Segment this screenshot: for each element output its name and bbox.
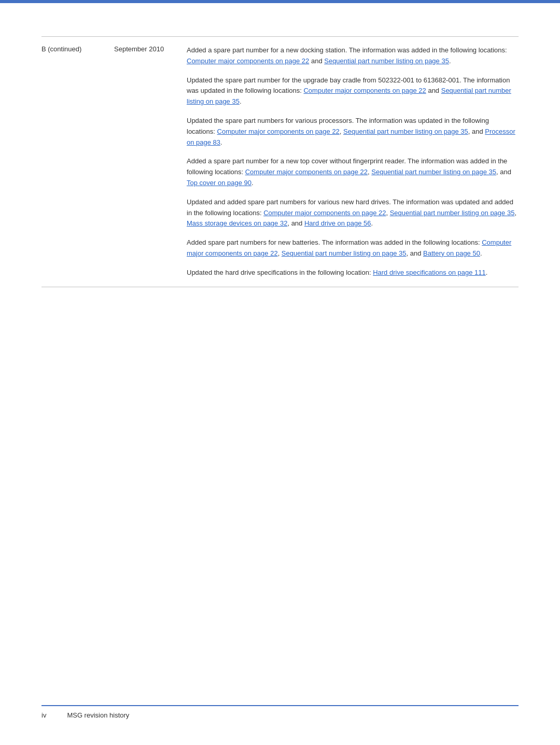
entry5-link2[interactable]: Sequential part number listing on page 3… bbox=[390, 209, 515, 217]
entry1-link1[interactable]: Computer major components on page 22 bbox=[187, 57, 309, 65]
entry4-link1[interactable]: Computer major components on page 22 bbox=[245, 168, 368, 176]
footer-page-number: iv bbox=[41, 711, 46, 719]
entry3-link2[interactable]: Sequential part number listing on page 3… bbox=[343, 128, 468, 135]
entry6-link3[interactable]: Battery on page 50 bbox=[423, 249, 480, 257]
entry3-link1[interactable]: Computer major components on page 22 bbox=[217, 128, 340, 135]
content-cell: Added a spare part number for a new dock… bbox=[187, 45, 519, 278]
footer: iv MSG revision history bbox=[41, 705, 519, 719]
entry-block-2: Updated the spare part number for the up… bbox=[187, 75, 519, 107]
entry1-end: . bbox=[449, 57, 451, 65]
entry5-sep3: , and bbox=[287, 219, 304, 227]
entry1-sep1: and bbox=[309, 57, 324, 65]
entry4-sep2: , and bbox=[496, 168, 511, 176]
entry4-link3[interactable]: Top cover on page 90 bbox=[187, 179, 251, 187]
entry4-end: . bbox=[251, 179, 254, 187]
entry3-sep2: , and bbox=[468, 128, 485, 135]
entry6-link2[interactable]: Sequential part number listing on page 3… bbox=[282, 249, 407, 257]
entry2-link1[interactable]: Computer major components on page 22 bbox=[303, 87, 426, 94]
entry-block-4: Added a spare part number for a new top … bbox=[187, 156, 519, 188]
entry-block-7: Updated the hard drive specifications in… bbox=[187, 268, 519, 278]
table-row: B (continued) September 2010 Added a spa… bbox=[41, 37, 519, 287]
entry-block-3: Updated the spare part numbers for vario… bbox=[187, 116, 519, 148]
entry1-link2[interactable]: Sequential part number listing on page 3… bbox=[324, 57, 449, 65]
revision-label: B (continued) bbox=[41, 45, 81, 53]
entry-block-6: Added spare part numbers for new batteri… bbox=[187, 237, 519, 259]
date-cell: September 2010 bbox=[114, 45, 187, 278]
entry7-end: . bbox=[486, 269, 488, 276]
revision-table: B (continued) September 2010 Added a spa… bbox=[41, 36, 519, 287]
entry1-text-before: Added a spare part number for a new dock… bbox=[187, 46, 507, 54]
footer-title: MSG revision history bbox=[67, 711, 129, 719]
entry5-end: . bbox=[371, 219, 373, 227]
content-area: B (continued) September 2010 Added a spa… bbox=[41, 36, 519, 287]
entry5-sep1: , bbox=[386, 209, 389, 217]
top-border bbox=[0, 0, 560, 3]
entry6-text-before: Added spare part numbers for new batteri… bbox=[187, 238, 482, 246]
entry5-sep2: , bbox=[514, 209, 516, 217]
entry4-link2[interactable]: Sequential part number listing on page 3… bbox=[371, 168, 496, 176]
entry-block-5: Updated and added spare part numbers for… bbox=[187, 197, 519, 229]
entry7-text-before: Updated the hard drive specifications in… bbox=[187, 269, 373, 276]
entry7-link1[interactable]: Hard drive specifications on page 111 bbox=[373, 269, 486, 276]
entry2-end: . bbox=[240, 97, 242, 105]
entry5-link1[interactable]: Computer major components on page 22 bbox=[263, 209, 386, 217]
entry3-sep1: , bbox=[340, 128, 343, 135]
entry6-sep2: , and bbox=[407, 249, 424, 257]
entry3-end: . bbox=[220, 138, 222, 146]
entry5-link4[interactable]: Hard drive on page 56 bbox=[304, 219, 371, 227]
entry5-link3[interactable]: Mass storage devices on page 32 bbox=[187, 219, 287, 227]
date-label: September 2010 bbox=[114, 45, 164, 53]
entry6-end: . bbox=[480, 249, 482, 257]
revision-cell: B (continued) bbox=[41, 45, 114, 278]
entry2-sep1: and bbox=[426, 87, 441, 94]
entry6-sep1: , bbox=[278, 249, 282, 257]
page: B (continued) September 2010 Added a spa… bbox=[0, 0, 560, 745]
entry-block-1: Added a spare part number for a new dock… bbox=[187, 45, 519, 67]
